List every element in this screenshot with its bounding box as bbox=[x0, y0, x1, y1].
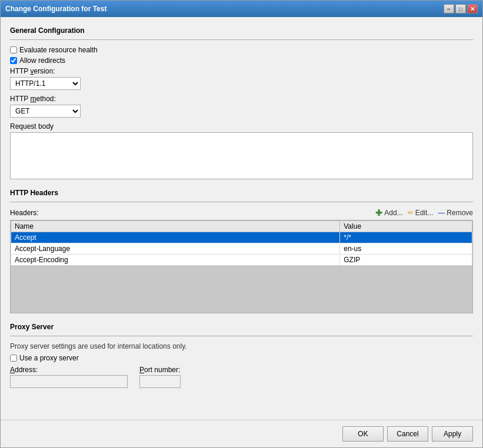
proxy-fields: Address: Port number: bbox=[10, 366, 473, 388]
http-method-select[interactable]: GET POST PUT DELETE HEAD OPTIONS bbox=[10, 105, 81, 118]
maximize-button[interactable]: □ bbox=[455, 4, 466, 14]
empty-table-area bbox=[11, 266, 472, 313]
add-icon: ✚ bbox=[375, 208, 382, 218]
use-proxy-checkbox[interactable] bbox=[10, 355, 17, 362]
general-config-section: General Configuration Evaluate resource … bbox=[10, 26, 473, 179]
row-name: Accept bbox=[11, 232, 340, 243]
general-config-title: General Configuration bbox=[10, 26, 473, 35]
row-name: Accept-Language bbox=[11, 243, 340, 255]
general-separator bbox=[10, 39, 473, 40]
evaluate-health-row: Evaluate resource health bbox=[10, 46, 473, 54]
table-row[interactable]: Accept */* bbox=[11, 232, 472, 243]
dialog-window: Change Configuration for Test − □ ✕ Gene… bbox=[0, 0, 483, 448]
col-name-header: Name bbox=[11, 221, 340, 232]
evaluate-health-checkbox[interactable] bbox=[10, 46, 17, 54]
headers-table-container: Name Value Accept */* Accept-Language bbox=[10, 220, 473, 313]
proxy-description: Proxy server settings are used for inter… bbox=[10, 342, 473, 350]
add-btn-label: Add... bbox=[384, 209, 402, 217]
row-value: en-us bbox=[340, 243, 472, 255]
edit-icon: ✏ bbox=[408, 209, 414, 217]
proxy-separator bbox=[10, 336, 473, 336]
cancel-button[interactable]: Cancel bbox=[387, 426, 428, 442]
allow-redirects-label: Allow redirects bbox=[19, 56, 65, 65]
remove-header-button[interactable]: — Remove bbox=[438, 209, 473, 217]
remove-icon: — bbox=[438, 209, 445, 217]
row-name: Accept-Encoding bbox=[11, 255, 340, 266]
footer: OK Cancel Apply bbox=[1, 420, 482, 447]
remove-btn-label: Remove bbox=[447, 209, 473, 217]
bottom-spacer bbox=[10, 397, 473, 409]
ok-button[interactable]: OK bbox=[342, 426, 384, 442]
headers-table: Name Value Accept */* Accept-Language bbox=[11, 220, 472, 266]
port-label: Port number: bbox=[139, 366, 181, 374]
http-headers-title: HTTP Headers bbox=[10, 189, 473, 197]
headers-actions: ✚ Add... ✏ Edit... — Remove bbox=[375, 208, 473, 218]
col-value-header: Value bbox=[340, 221, 472, 232]
port-field-group: Port number: bbox=[139, 366, 181, 388]
scrollable-content[interactable]: General Configuration Evaluate resource … bbox=[1, 17, 482, 420]
use-proxy-label: Use a proxy server bbox=[19, 354, 79, 362]
http-method-label: HTTP method: bbox=[10, 95, 473, 103]
address-label: Address: bbox=[10, 366, 128, 374]
evaluate-health-label: Evaluate resource health bbox=[19, 46, 98, 54]
address-field-group: Address: bbox=[10, 366, 128, 388]
dialog-title: Change Configuration for Test bbox=[5, 5, 106, 13]
close-button[interactable]: ✕ bbox=[467, 4, 478, 14]
edit-header-button[interactable]: ✏ Edit... bbox=[408, 209, 434, 217]
row-value: */* bbox=[340, 232, 472, 243]
address-input[interactable] bbox=[10, 375, 128, 388]
request-body-textarea[interactable] bbox=[10, 132, 473, 179]
edit-btn-label: Edit... bbox=[415, 209, 434, 217]
add-header-button[interactable]: ✚ Add... bbox=[375, 208, 402, 218]
request-body-label: Request body bbox=[10, 122, 473, 131]
table-row[interactable]: Accept-Language en-us bbox=[11, 243, 472, 255]
title-bar-buttons: − □ ✕ bbox=[444, 4, 478, 14]
proxy-server-section: Proxy Server Proxy server settings are u… bbox=[10, 323, 473, 388]
proxy-server-title: Proxy Server bbox=[10, 323, 473, 331]
apply-button[interactable]: Apply bbox=[432, 426, 473, 442]
title-bar: Change Configuration for Test − □ ✕ bbox=[1, 1, 482, 17]
row-value: GZIP bbox=[340, 255, 472, 266]
http-version-label: HTTP version: bbox=[10, 67, 473, 75]
allow-redirects-checkbox[interactable] bbox=[10, 57, 17, 64]
headers-toolbar: Headers: ✚ Add... ✏ Edit... — Remove bbox=[10, 208, 473, 218]
port-input[interactable] bbox=[139, 375, 181, 388]
table-row[interactable]: Accept-Encoding GZIP bbox=[11, 255, 472, 266]
headers-separator bbox=[10, 202, 473, 202]
headers-label: Headers: bbox=[10, 209, 39, 217]
minimize-button[interactable]: − bbox=[444, 4, 454, 14]
use-proxy-row: Use a proxy server bbox=[10, 354, 473, 362]
http-version-select[interactable]: HTTP/1.1 HTTP/1.0 HTTP/2.0 bbox=[10, 77, 81, 90]
allow-redirects-row: Allow redirects bbox=[10, 56, 473, 65]
content-area: General Configuration Evaluate resource … bbox=[1, 17, 482, 420]
http-headers-section: HTTP Headers Headers: ✚ Add... ✏ Edit... bbox=[10, 189, 473, 313]
